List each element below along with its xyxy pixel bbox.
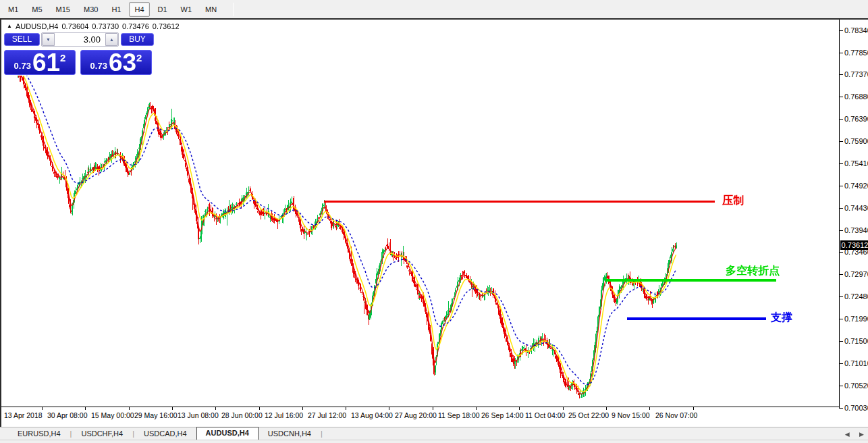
time-axis-label: 13 Jun 08:00 [178, 411, 219, 419]
timeframe-button-w1[interactable]: W1 [175, 2, 198, 17]
down-arrow-icon: ▼ [46, 37, 51, 42]
price-axis-tick [839, 296, 843, 297]
price-axis-label: 0.76880 [844, 93, 868, 101]
time-axis-tick [346, 407, 346, 410]
price-axis-tick [839, 186, 843, 186]
volume-input[interactable]: 3.00 [55, 33, 105, 46]
tab-scroll-right-icon[interactable]: ▶ [859, 431, 864, 438]
tab-scroll-left-icon[interactable]: ◀ [845, 431, 850, 438]
price-axis-line [839, 20, 840, 408]
time-axis-tick [693, 407, 694, 410]
pivot-label: 多空转折点 [726, 264, 780, 278]
resistance-label: 压制 [722, 194, 744, 208]
price-axis-tick [839, 363, 843, 364]
chart-tab-eurusd[interactable]: EURUSD,H4 [8, 428, 70, 440]
price-axis-tick [839, 341, 843, 342]
resistance-line[interactable] [324, 201, 715, 203]
chart-symbol: AUDUSD,H4 [16, 22, 59, 30]
price-axis-label: 0.70520 [844, 382, 868, 390]
price-axis-label: 0.72970 [844, 270, 868, 278]
timeframe-button-d1[interactable]: D1 [153, 2, 173, 17]
price-axis-label: 0.70030 [844, 404, 868, 412]
ask-base: 0.73 [90, 61, 107, 71]
sell-price-tile[interactable]: 0.73 61 2 [4, 50, 76, 75]
timeframe-toolbar: M1M5M15M30H1H4D1W1MN [0, 0, 868, 18]
price-axis-label: 0.71010 [844, 359, 868, 367]
buy-price-tile[interactable]: 0.73 63 2 [80, 50, 152, 75]
time-axis-label: 9 Nov 15:00 [612, 411, 650, 419]
price-axis-tick [839, 274, 843, 275]
chart-tab-audusd[interactable]: AUDUSD,H4 [196, 427, 259, 440]
price-axis-tick [839, 230, 843, 231]
timeframe-button-m15[interactable]: M15 [51, 2, 76, 17]
ohlc-close: 0.73612 [153, 22, 180, 30]
time-axis-tick [42, 407, 43, 410]
chart-tab-usdcad[interactable]: USDCAD,H4 [134, 428, 196, 440]
price-axis-tick [839, 53, 843, 53]
price-axis-tick [839, 74, 843, 75]
timeframe-button-h1[interactable]: H1 [106, 2, 126, 17]
price-axis-tick [839, 97, 843, 97]
chart-title-bar: ▲ AUDUSD,H4 0.73604 0.73730 0.73476 0.73… [1, 20, 178, 32]
timeframe-button-m5[interactable]: M5 [26, 2, 47, 17]
price-axis-tick [839, 319, 843, 319]
price-axis-label: 0.71990 [844, 315, 868, 323]
current-price-tag: 0.73612 [840, 240, 868, 250]
time-axis-label: 11 Oct 04:00 [525, 411, 565, 419]
collapse-panel-icon[interactable]: ▲ [7, 23, 12, 29]
tab-separator: | [321, 429, 323, 440]
price-axis-label: 0.73940 [844, 226, 868, 234]
ohlc-high: 0.73730 [92, 22, 119, 30]
time-axis-tick [606, 407, 607, 410]
up-arrow-icon: ▲ [109, 37, 114, 42]
timeframe-button-h4[interactable]: H4 [129, 2, 149, 17]
price-axis-label: 0.78340 [844, 26, 868, 34]
ohlc-low: 0.73476 [122, 22, 149, 30]
timeframe-button-m30[interactable]: M30 [78, 2, 103, 17]
timeframe-button-m1[interactable]: M1 [3, 2, 24, 17]
time-axis-label: 15 May 00:00 [91, 411, 134, 419]
price-axis-label: 0.77370 [844, 70, 868, 78]
price-axis-tick [839, 141, 843, 142]
time-axis-tick [129, 407, 130, 410]
one-click-trade-panel: SELL ▼ 3.00 ▲ BUY 0.73 61 2 0.73 63 2 [4, 32, 154, 76]
price-axis-label: 0.74920 [844, 182, 868, 190]
mt4-window: M1M5M15M30H1H4D1W1MN 0.783400.778500.773… [0, 0, 868, 443]
support-line[interactable] [627, 317, 766, 320]
buy-button[interactable]: BUY [121, 33, 154, 46]
volume-increase-button[interactable]: ▲ [105, 33, 118, 46]
bid-pipette: 2 [60, 52, 65, 74]
support-label: 支撑 [771, 311, 792, 325]
price-axis-label: 0.77850 [844, 49, 868, 57]
candlestick-chart[interactable] [1, 20, 839, 408]
timeframe-button-mn[interactable]: MN [200, 2, 222, 17]
price-axis-tick [839, 408, 843, 409]
tab-scroll-arrows: ◀ ▶ [837, 431, 864, 438]
time-axis-label: 25 Oct 22:00 [568, 411, 609, 419]
time-axis-tick [389, 407, 389, 410]
ohlc-open: 0.73604 [62, 22, 89, 30]
time-axis-tick [259, 407, 260, 410]
time-axis-tick [85, 407, 86, 410]
price-axis-tick [839, 119, 843, 120]
price-axis-label: 0.74430 [844, 204, 868, 212]
time-axis-tick [649, 407, 650, 410]
bid-big-digits: 61 [32, 51, 60, 74]
price-axis-label: 0.75900 [844, 137, 868, 145]
sell-button[interactable]: SELL [4, 33, 40, 46]
time-axis-tick [215, 407, 216, 410]
volume-decrease-button[interactable]: ▼ [42, 33, 55, 46]
time-axis-label: 26 Sep 14:00 [481, 411, 523, 419]
time-axis-label: 11 Sep 18:00 [438, 411, 480, 419]
pivot-line[interactable] [605, 279, 776, 282]
price-axis-tick [839, 163, 843, 164]
price-axis-label: 0.71500 [844, 337, 868, 345]
price-axis-tick [839, 386, 843, 386]
time-axis-label: 29 May 16:00 [134, 411, 178, 419]
chart-tab-usdchf[interactable]: USDCHF,H4 [72, 428, 132, 440]
chart-tab-usdcnh[interactable]: USDCNH,H4 [259, 428, 321, 440]
price-axis-label: 0.72480 [844, 292, 868, 301]
time-axis: 13 Apr 201830 Apr 08:0015 May 00:0029 Ma… [1, 407, 839, 427]
time-axis-label: 13 Apr 2018 [4, 411, 43, 419]
time-axis-label: 28 Jun 00:00 [221, 411, 263, 419]
